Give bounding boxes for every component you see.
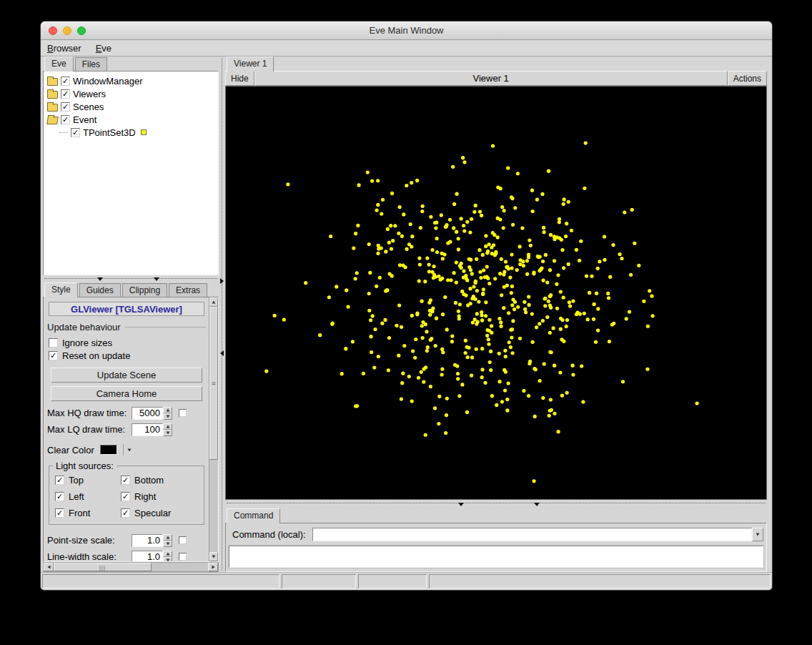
spin-up-button[interactable] [163,423,172,430]
tree-checkbox[interactable] [61,102,70,112]
command-output[interactable] [229,546,763,568]
tree-checkbox[interactable] [71,128,80,137]
panel-splitter[interactable] [219,56,225,572]
light-right-row[interactable]: Right [119,490,199,503]
clear-color-dropdown-button[interactable] [123,444,133,456]
max-hq-spinner[interactable]: 5000 [132,407,172,420]
menubar: Browser Eve [41,41,772,56]
scroll-right-button[interactable] [208,563,218,571]
reset-on-update-label: Reset on update [62,350,130,361]
reset-on-update-checkbox[interactable] [49,351,58,360]
tab-files[interactable]: Files [75,57,107,71]
viewer-title-bar[interactable]: Viewer 1 [254,71,728,86]
spin-up-button[interactable] [163,534,172,541]
tree-item-event[interactable]: Event [45,113,217,126]
max-hq-aux-checkbox[interactable] [179,409,187,417]
light-specular-row[interactable]: Specular [119,506,199,519]
command-label: Command (local): [232,529,306,540]
tree-checkbox[interactable] [61,89,70,99]
menu-browser[interactable]: Browser [47,43,81,54]
spin-down-button[interactable] [163,413,172,420]
close-button[interactable] [49,26,57,35]
camera-home-button[interactable]: Camera Home [51,386,202,401]
clear-color-swatch[interactable] [100,445,117,455]
reset-on-update-row[interactable]: Reset on update [47,349,206,362]
scroll-up-button[interactable] [209,297,218,307]
max-lq-spinner[interactable]: 100 [132,423,172,436]
splitter-collapse-icon[interactable] [154,277,159,281]
splitter-collapse-icon[interactable] [458,503,464,506]
tab-viewer-1[interactable]: Viewer 1 [227,56,274,72]
viewer-header: Hide Viewer 1 Actions [225,71,767,86]
line-width-aux-checkbox[interactable] [179,553,187,561]
spin-down-button[interactable] [163,541,172,547]
spin-up-button[interactable] [163,407,172,413]
light-left-row[interactable]: Left [54,490,119,503]
light-front-row[interactable]: Front [54,506,119,519]
tab-style[interactable]: Style [44,282,78,297]
line-width-input[interactable]: 1.0 [132,551,163,562]
splitter-collapse-icon[interactable] [220,350,224,356]
light-bottom-row[interactable]: Bottom [119,473,199,486]
spin-down-button[interactable] [163,557,172,562]
tree-checkbox[interactable] [61,115,70,124]
titlebar[interactable]: Eve Main Window [41,21,772,40]
clear-color-row: Clear Color [47,441,206,458]
spin-up-button[interactable] [163,551,172,557]
spin-down-icon [166,415,169,418]
command-input[interactable] [312,528,752,541]
glviewer-banner[interactable]: GLViewer [TGLSAViewer] [49,302,204,316]
splitter-collapse-icon[interactable] [534,503,540,506]
update-scene-button[interactable]: Update Scene [51,368,202,383]
light-left-checkbox[interactable] [55,492,64,501]
splitter-collapse-icon[interactable] [220,278,224,284]
spin-down-icon [166,558,169,561]
scrollbar-thumb[interactable]: ≡ [209,307,218,460]
tree-item-tpointset3d[interactable]: TPointSet3D [45,126,217,139]
scroll-left-button[interactable] [44,563,54,571]
ignore-sizes-checkbox[interactable] [49,338,58,348]
light-front-checkbox[interactable] [55,508,64,518]
command-tab-row: Command [225,508,767,523]
light-top-checkbox[interactable] [55,476,64,485]
zoom-button[interactable] [77,26,86,35]
tree-item-scenes[interactable]: Scenes [45,100,217,113]
scroll-down-button[interactable] [209,552,218,561]
command-combobox[interactable] [312,528,763,541]
scrollbar-thumb[interactable]: ||| [54,563,152,571]
tree-item-viewers[interactable]: Viewers [45,87,217,100]
light-top-row[interactable]: Top [54,473,119,486]
tree-style-splitter[interactable] [43,275,219,282]
viewer-command-splitter[interactable] [225,500,767,508]
tree-checkbox[interactable] [61,77,70,86]
tab-extras[interactable]: Extras [169,283,207,297]
ignore-sizes-row[interactable]: Ignore sizes [47,336,206,349]
point-size-aux-checkbox[interactable] [179,536,187,544]
point-size-input[interactable]: 1.0 [132,534,163,547]
light-right-checkbox[interactable] [121,492,130,501]
light-specular-checkbox[interactable] [121,508,130,518]
menu-eve[interactable]: Eve [96,43,112,54]
hide-button[interactable]: Hide [225,71,254,86]
tree-item-windowmanager[interactable]: WindowManager [45,74,217,87]
max-hq-input[interactable]: 5000 [132,407,163,420]
splitter-collapse-icon[interactable] [97,277,103,281]
tab-command[interactable]: Command [227,508,280,523]
max-lq-input[interactable]: 100 [132,423,163,436]
line-width-spinner[interactable]: 1.0 [132,551,172,562]
point-size-spinner[interactable]: 1.0 [132,534,172,547]
style-horizontal-scrollbar[interactable]: ||| [43,562,219,572]
light-bottom-checkbox[interactable] [121,476,130,485]
minimize-button[interactable] [63,26,71,35]
tab-guides[interactable]: Guides [79,283,121,297]
eve-main-window: Eve Main Window Browser Eve Eve Files Wi… [41,21,772,590]
actions-button[interactable]: Actions [728,71,767,86]
gl-viewport[interactable] [225,86,767,500]
tab-eve[interactable]: Eve [44,56,74,72]
combo-dropdown-button[interactable] [752,528,763,541]
tab-clipping[interactable]: Clipping [122,283,167,297]
editor-tab-row: Style Guides Clipping Extras [43,282,219,297]
style-vertical-scrollbar[interactable]: ≡ [209,297,218,561]
spin-down-button[interactable] [163,430,172,436]
statusbar-segment [429,574,771,589]
